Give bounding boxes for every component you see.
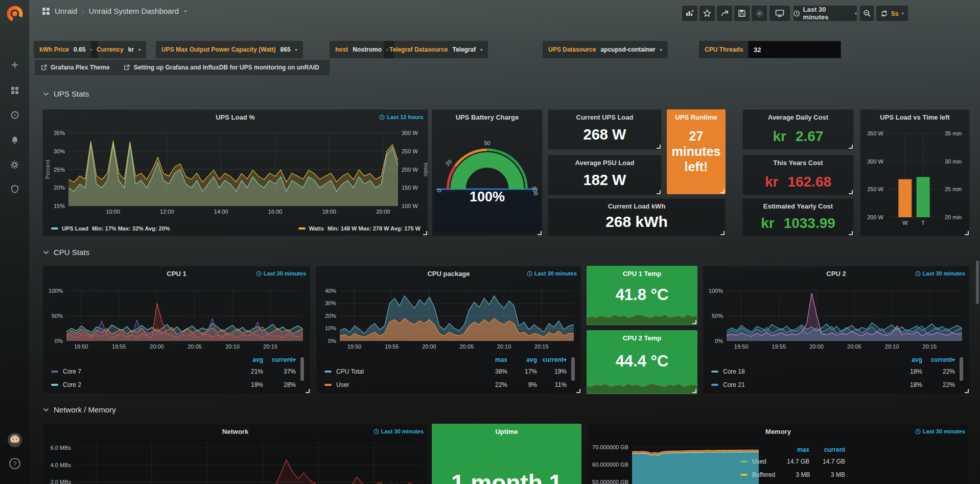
panel-cpu-2[interactable]: CPU 2 Last 30 minutes 19:5019:5520:0020:… [703,266,970,394]
legend-series-name[interactable]: Buffered [752,471,775,478]
section-cpu-stats[interactable]: CPU Stats [43,248,89,257]
section-ups-stats[interactable]: UPS Stats [43,89,89,98]
variable-currency[interactable]: Currency kr ▾ [91,41,146,58]
dashboard-link-ups-guide[interactable]: Setting up Grafana and InfluxDB for UPS … [124,64,319,71]
panel-ups-load[interactable]: UPS Load % Last 12 hours 10:0012:0014:00… [42,109,428,236]
breadcrumb-folder[interactable]: Unraid [55,7,77,15]
variable-value[interactable]: 865 [281,46,291,53]
legend-row[interactable]: Used14.7 GB14.7 GB [740,455,845,468]
panel-average-daily-cost[interactable]: Average Daily Cost kr2.67 [742,109,854,150]
sidebar-item-dashboards[interactable] [0,86,29,95]
refresh-interval[interactable]: 5s [891,10,898,17]
panel-cpu-1-temp[interactable]: CPU 1 Temp 41.8 °C [587,266,697,325]
section-network-memory[interactable]: Network / Memory [43,405,116,414]
grafana-logo[interactable] [0,3,29,25]
legend-row[interactable]: Core 2118%22% [711,378,955,391]
user-avatar[interactable] [0,432,29,448]
tv-mode-button[interactable] [769,6,790,21]
panel-title[interactable]: Memory [587,428,969,435]
panel-memory[interactable]: Memory Last 30 minutes 50.000000 GB60.00… [587,424,970,484]
time-range-picker[interactable]: Last 30 minutes ▾ [794,6,857,21]
legend-row[interactable]: Core 219%28% [51,378,296,391]
panel-uptime[interactable]: Uptime 1 month 1 [432,424,581,484]
panel-title[interactable]: CPU 2 Temp [587,334,697,342]
legend-sort-header[interactable]: current▾ [537,356,567,363]
panel-title[interactable]: This Years Cost [743,159,853,167]
share-button[interactable] [717,6,732,21]
legend-label[interactable]: UPS Load [62,225,88,232]
variable-value[interactable]: 0.65 [74,46,85,53]
cpu1-chart[interactable]: 19:5019:5520:0020:0520:1020:150%50%100% [43,266,310,350]
add-panel-button[interactable] [682,6,697,21]
legend-series-name[interactable]: Used [752,458,766,465]
variable-value[interactable]: Nostromo [353,46,382,53]
panel-title[interactable]: UPS Load % [43,113,428,121]
legend-row[interactable]: Core 1818%22% [711,365,955,378]
variable-value[interactable]: apcupsd-container [600,46,655,53]
panel-title[interactable]: Current Load kWh [548,202,725,210]
sidebar-item-server-admin[interactable] [0,185,29,194]
legend-series-name[interactable]: Core 7 [63,368,81,375]
dashboard-link-plex-theme[interactable]: Grafana Plex Theme [41,64,109,71]
legend-sort-header[interactable]: avg [230,356,263,363]
zoom-out-button[interactable] [860,6,874,21]
legend-scrollbar[interactable] [960,357,963,381]
legend-row[interactable]: User22%9%11% [324,378,567,391]
variable-value[interactable]: Telegraf [453,46,476,53]
panel-title[interactable]: UPS Battery Charge [432,113,542,121]
legend-entry[interactable]: UPS Load Min: 17% Max: 32% Avg: 20% [51,225,170,232]
sidebar-item-help[interactable]: ? [0,457,29,470]
panel-current-load-kwh[interactable]: Current Load kWh 268 kWh [548,198,726,236]
panel-cpu-1[interactable]: CPU 1 Last 30 minutes 19:5019:5520:0020:… [42,266,311,394]
legend-sort-header[interactable]: max [774,446,809,453]
breadcrumb-title[interactable]: Unraid System Dashboard [89,7,179,15]
legend-row[interactable]: Core 721%37% [51,365,296,378]
legend-series-name[interactable]: User [336,381,349,388]
legend-series-name[interactable]: Core 21 [723,381,745,388]
panel-title[interactable]: Estimated Yearly Cost [743,202,853,210]
sidebar-item-explore[interactable] [0,110,29,120]
panel-title[interactable]: Average Daily Cost [743,113,853,121]
panel-ups-runtime[interactable]: UPS Runtime 27 minutes left! [667,109,726,194]
legend-sort-header[interactable]: current [809,446,845,453]
cpu-threads-input[interactable] [748,41,841,58]
cpu-package-chart[interactable]: 19:5019:5520:0020:0520:1020:150%10%20%30… [316,266,581,350]
legend-scrollbar[interactable] [300,357,304,381]
variable-ups-max-output[interactable]: UPS Max Output Power Capacity (Watt) 865… [156,41,303,58]
legend-sort-header[interactable]: current▾ [263,356,296,363]
legend-scrollbar[interactable] [571,357,575,381]
panel-title[interactable]: UPS Runtime [667,113,725,121]
panel-ups-load-vs-time-left[interactable]: UPS Load vs Time left 200 W20 min250 W25… [860,109,970,236]
legend-row[interactable]: CPU Total38%17%19% [324,365,567,378]
page-scrollbar[interactable] [976,261,979,304]
panel-this-years-cost[interactable]: This Years Cost kr162.68 [742,155,854,195]
panel-network[interactable]: Network Last 30 minutes 2.0 MBs4.0 MBs6.… [42,424,428,484]
legend-sort-header[interactable]: avg [507,356,537,363]
legend-series-name[interactable]: Core 18 [723,368,745,375]
panel-cpu-2-temp[interactable]: CPU 2 Temp 44.4 °C [587,330,697,394]
panel-title[interactable]: UPS Load vs Time left [860,113,969,121]
sidebar-item-configuration[interactable] [0,160,29,170]
save-button[interactable] [734,6,750,21]
legend-sort-header[interactable]: avg [890,356,922,363]
ups-load-chart[interactable]: 10:0012:0014:0016:0018:0020:0015%100 W20… [43,110,428,236]
sidebar-item-create[interactable] [0,60,29,70]
chevron-down-icon[interactable]: ▾ [184,9,187,14]
star-button[interactable] [699,6,715,21]
panel-title[interactable]: CPU 1 Temp [587,270,697,278]
legend-series-name[interactable]: Core 2 [63,381,81,388]
panel-title[interactable]: Current UPS Load [548,113,661,121]
sidebar-item-alerting[interactable] [0,135,29,145]
panel-estimated-yearly-cost[interactable]: Estimated Yearly Cost kr1033.99 [742,198,854,236]
legend-series-name[interactable]: CPU Total [336,368,364,375]
panel-title[interactable]: Average PSU Load [548,159,661,167]
legend-label[interactable]: Watts [309,225,324,232]
variable-ups-datasource[interactable]: UPS Datasource apcupsd-container ▾ [543,41,668,58]
panel-title[interactable]: Network [43,428,428,435]
panel-average-psu-load[interactable]: Average PSU Load 182 W [548,155,662,195]
panel-ups-battery-charge[interactable]: UPS Battery Charge 02050100100% [432,109,543,236]
legend-entry[interactable]: Watts Min: 148 W Max: 278 W Avg: 175 W [298,225,421,232]
panel-cpu-package[interactable]: CPU package Last 30 minutes 19:5019:5520… [316,266,581,394]
legend-sort-header[interactable]: max [478,356,507,363]
panel-current-ups-load[interactable]: Current UPS Load 268 W [548,109,662,150]
